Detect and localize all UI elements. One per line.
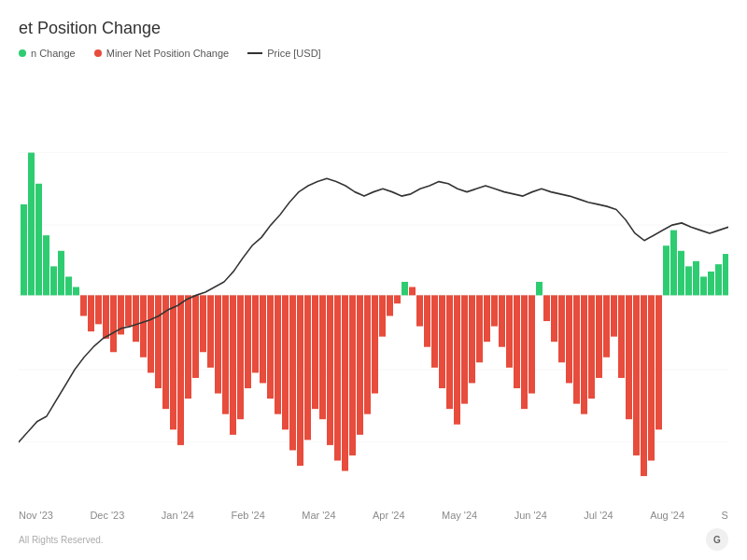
svg-rect-93 (685, 266, 692, 295)
svg-rect-30 (215, 295, 221, 393)
page-wrapper: et Position Change n Change Miner Net Po… (0, 0, 747, 560)
svg-rect-55 (402, 282, 408, 295)
svg-rect-69 (506, 295, 513, 368)
svg-rect-63 (461, 295, 468, 403)
svg-rect-48 (349, 295, 356, 455)
svg-rect-11 (73, 287, 79, 296)
svg-rect-6 (35, 184, 42, 296)
svg-rect-44 (319, 295, 326, 419)
legend-dot-2 (94, 49, 102, 57)
x-label-jan24: Jan '24 (162, 510, 194, 521)
svg-rect-90 (663, 245, 669, 295)
x-label-apr24: Apr '24 (373, 510, 405, 521)
svg-rect-52 (379, 295, 386, 336)
svg-rect-14 (95, 295, 102, 324)
x-label-jul24: Jul '24 (584, 510, 613, 521)
svg-rect-84 (618, 295, 625, 378)
svg-rect-71 (521, 295, 528, 409)
svg-rect-45 (327, 295, 333, 445)
svg-rect-96 (708, 272, 714, 295)
chart-svg (19, 70, 728, 504)
svg-rect-24 (170, 295, 176, 429)
x-label-jun24: Jun '24 (514, 510, 547, 521)
svg-rect-38 (275, 295, 281, 413)
svg-rect-78 (573, 295, 580, 403)
svg-rect-41 (297, 295, 303, 466)
svg-rect-59 (431, 295, 438, 368)
footer: All Rights Reserved. G (19, 528, 728, 551)
svg-rect-36 (260, 295, 266, 383)
svg-rect-68 (499, 295, 505, 346)
chart-area (19, 70, 728, 504)
svg-rect-20 (140, 295, 147, 357)
svg-rect-13 (88, 295, 94, 331)
svg-rect-7 (43, 235, 49, 295)
svg-rect-56 (409, 287, 416, 296)
svg-rect-27 (192, 295, 199, 378)
svg-rect-22 (155, 295, 162, 388)
svg-rect-87 (641, 295, 647, 476)
legend-item-1: n Change (19, 48, 76, 59)
svg-rect-98 (723, 254, 728, 295)
svg-rect-35 (252, 295, 259, 372)
svg-rect-60 (439, 295, 445, 388)
svg-rect-92 (678, 251, 684, 296)
svg-rect-47 (342, 295, 348, 470)
legend-label-3: Price [USD] (267, 48, 320, 59)
svg-rect-80 (588, 295, 595, 399)
svg-rect-40 (289, 295, 296, 450)
svg-rect-32 (230, 295, 236, 434)
svg-rect-97 (715, 264, 722, 295)
svg-rect-46 (334, 295, 341, 460)
svg-rect-25 (177, 295, 184, 445)
svg-rect-57 (416, 295, 423, 326)
svg-rect-37 (267, 295, 274, 399)
footer-logo: G (706, 528, 728, 551)
svg-rect-75 (551, 295, 557, 342)
legend-label-2: Miner Net Position Change (106, 48, 229, 59)
svg-rect-58 (424, 295, 430, 346)
svg-rect-88 (648, 295, 655, 460)
svg-rect-49 (357, 295, 363, 434)
x-label-nov23: Nov '23 (19, 510, 53, 521)
x-label-mar24: Mar '24 (302, 510, 335, 521)
legend-item-3: Price [USD] (247, 48, 320, 59)
svg-rect-73 (536, 282, 543, 295)
svg-rect-34 (245, 295, 251, 388)
svg-rect-94 (693, 261, 699, 296)
x-label-aug24: Aug '24 (650, 510, 684, 521)
svg-rect-53 (387, 295, 393, 315)
svg-rect-8 (50, 266, 57, 295)
chart-legend: n Change Miner Net Position Change Price… (19, 48, 728, 59)
x-label-may24: May '24 (442, 510, 477, 521)
svg-rect-82 (603, 295, 610, 357)
legend-item-2: Miner Net Position Change (94, 48, 229, 59)
svg-rect-86 (633, 295, 640, 455)
svg-rect-28 (200, 295, 206, 352)
svg-rect-91 (670, 231, 677, 296)
svg-rect-31 (222, 295, 229, 413)
svg-rect-18 (125, 295, 132, 326)
svg-rect-66 (484, 295, 490, 342)
legend-dot-1 (19, 49, 26, 57)
svg-rect-21 (148, 295, 154, 372)
svg-rect-61 (446, 295, 453, 409)
svg-rect-70 (514, 295, 520, 388)
svg-rect-42 (304, 295, 311, 440)
svg-rect-10 (65, 276, 72, 295)
chart-title: et Position Change (19, 19, 728, 38)
svg-rect-54 (394, 295, 401, 303)
svg-rect-43 (312, 295, 318, 409)
svg-rect-26 (185, 295, 191, 399)
svg-rect-51 (372, 295, 378, 393)
footer-rights: All Rights Reserved. (19, 535, 104, 545)
svg-rect-79 (581, 295, 587, 413)
svg-rect-85 (626, 295, 632, 419)
svg-rect-74 (543, 295, 550, 321)
svg-rect-65 (476, 295, 483, 362)
svg-rect-83 (611, 295, 617, 336)
svg-rect-39 (282, 295, 289, 429)
svg-rect-19 (133, 295, 139, 342)
legend-line-3 (247, 52, 262, 54)
svg-rect-89 (655, 295, 662, 429)
